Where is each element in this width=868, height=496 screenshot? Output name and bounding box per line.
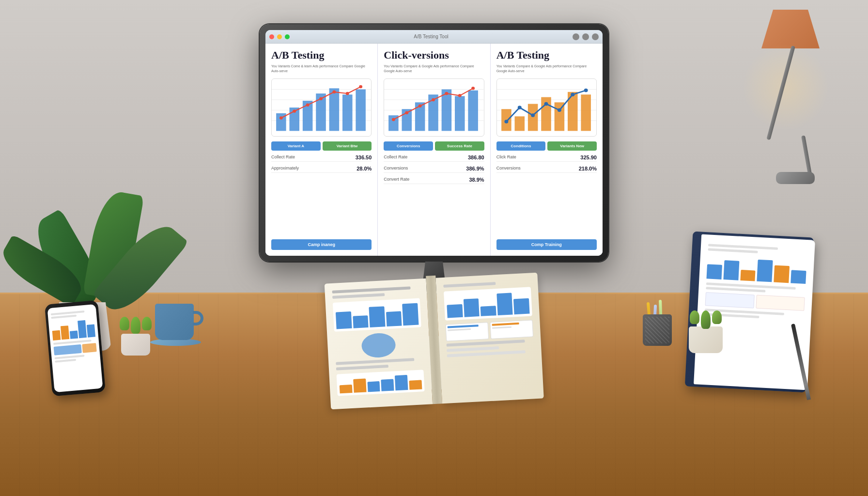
svg-rect-41 [514, 116, 525, 131]
svg-point-14 [319, 97, 323, 100]
panel-2-stat-3: Convert Rate 38.9% [384, 176, 484, 184]
smartphone [45, 300, 106, 397]
panel-3-variant-a-btn[interactable]: Conditions [496, 141, 546, 151]
window-maximize-btn[interactable] [285, 34, 290, 39]
panel-3-stat-1: Click Rate 325.90 [496, 154, 597, 162]
svg-rect-10 [356, 89, 366, 131]
screen-content: A/B Testing You Variants Come & learn Ad… [265, 44, 603, 256]
lamp-glow [742, 44, 829, 131]
holder-body [643, 314, 672, 346]
panel-ab-testing-1: A/B Testing You Variants Come & learn Ad… [265, 44, 378, 256]
panel-1-chart [271, 78, 372, 137]
svg-point-31 [418, 104, 422, 107]
panel-1-campaign-btn[interactable]: Camp inaneg [271, 239, 372, 250]
monitor-icon-3[interactable] [592, 33, 599, 40]
book-left-page [325, 279, 433, 410]
lamp-shade [761, 10, 820, 48]
panel-3-stat-2: Conversions 218.0% [496, 165, 597, 173]
panel-3-variant-b-btn[interactable]: Variants New [547, 141, 597, 151]
window-close-btn[interactable] [269, 34, 274, 39]
svg-point-11 [279, 116, 283, 119]
panel-3-subtitle: You Variants Compare & Google Ads perfor… [496, 64, 597, 74]
svg-rect-27 [455, 96, 465, 131]
svg-point-29 [392, 118, 395, 121]
panel-1-stat-1: Collect Rate 336.50 [271, 154, 372, 162]
book-circle [361, 332, 396, 358]
panel-2-title: Click-versions [384, 49, 484, 61]
svg-point-49 [531, 113, 535, 117]
panel-3-chart [496, 78, 597, 137]
panel-1-subtitle: You Variants Come & learn Ads performanc… [271, 64, 372, 74]
lamp-base [776, 172, 815, 184]
monitor-screen: A/B Testing Tool A/B Testing You Variant… [265, 30, 603, 256]
succulent-pot [121, 334, 150, 356]
panel-1-btn-pair: Variant A Variant Btw [271, 141, 372, 151]
book-chart-left [333, 298, 421, 331]
panel-1-stat-2: Approximately 28.0% [271, 165, 372, 173]
notebook-chart [706, 254, 806, 284]
book-chart-left-2 [337, 370, 425, 396]
svg-rect-28 [468, 90, 479, 131]
monitor-icon-2[interactable] [582, 33, 589, 40]
monitor-container: A/B Testing Tool A/B Testing You Variant… [260, 24, 608, 294]
svg-point-30 [405, 111, 409, 114]
pencil-holder [643, 314, 674, 353]
panel-2-subtitle: You Variants Compare & Google Ads perfor… [384, 64, 484, 74]
svg-point-52 [571, 93, 574, 96]
svg-point-48 [517, 106, 521, 109]
window-title: A/B Testing Tool [293, 34, 570, 39]
svg-point-17 [359, 85, 362, 88]
svg-point-16 [346, 92, 349, 95]
panel-3-campaign-btn[interactable]: Comp Training [496, 239, 597, 250]
panel-2-variant-a-btn[interactable]: Conversions [384, 141, 433, 151]
panel-2-stat-2: Conversions 386.9% [384, 165, 484, 173]
panel-2-variant-b-btn[interactable]: Success Rate [435, 141, 484, 151]
monitor-icon-1[interactable] [573, 33, 579, 40]
monitor-topbar: A/B Testing Tool [265, 30, 603, 44]
phone-chart [51, 317, 95, 341]
window-minimize-btn[interactable] [277, 34, 282, 39]
panel-click-versions: Click-versions You Variants Compare & Go… [378, 44, 490, 256]
small-succulent-left [116, 317, 155, 356]
svg-point-33 [445, 92, 449, 95]
lamp-arm-upper [766, 46, 795, 140]
panel-1-title: A/B Testing [271, 49, 372, 61]
svg-point-12 [293, 109, 296, 112]
panel-2-btn-pair: Conversions Success Rate [384, 141, 484, 151]
svg-point-50 [544, 102, 548, 106]
coffee-cup [150, 304, 199, 346]
svg-point-51 [558, 108, 561, 112]
book-right-page [435, 273, 543, 404]
panel-2-stat-1: Collect Rate 386.80 [384, 154, 484, 162]
open-book [324, 263, 544, 415]
panel-3-title: A/B Testing [496, 49, 597, 61]
monitor-frame: A/B Testing Tool A/B Testing You Variant… [260, 24, 608, 262]
svg-rect-42 [528, 104, 538, 131]
panel-1-variant-b-btn[interactable]: Variant Btw [323, 141, 372, 151]
svg-point-34 [458, 94, 462, 97]
small-succulent-right-pot [689, 326, 723, 353]
desk-lamp [732, 0, 829, 184]
svg-point-53 [584, 89, 588, 93]
phone-screen [47, 304, 103, 392]
svg-point-15 [332, 90, 336, 93]
svg-point-13 [306, 103, 310, 106]
svg-rect-8 [329, 88, 340, 131]
cup-body [155, 304, 194, 340]
panel-2-chart [384, 78, 484, 137]
panel-1-variant-a-btn[interactable]: Variant A [271, 141, 321, 151]
svg-point-35 [472, 87, 475, 90]
small-succulent-right [684, 310, 728, 353]
svg-rect-46 [581, 94, 591, 131]
panel-ab-testing-2: A/B Testing You Variants Compare & Googl… [491, 44, 603, 256]
panel-3-btn-pair: Conditions Variants New [496, 141, 597, 151]
svg-point-32 [432, 98, 435, 101]
book-chart-right [444, 287, 532, 320]
svg-rect-9 [342, 94, 353, 131]
svg-point-47 [504, 120, 508, 124]
